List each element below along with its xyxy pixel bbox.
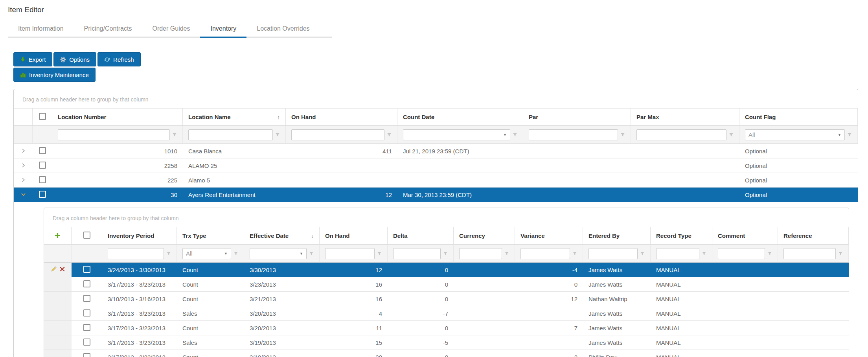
select-all-column-header[interactable] [72,227,102,245]
column-header[interactable]: Count Date [397,109,523,126]
filter-input[interactable] [783,248,836,259]
column-header[interactable]: On Hand [286,109,397,126]
filter-input[interactable]: All ▼ [745,129,845,140]
dropdown-caret-icon[interactable]: ▼ [224,252,228,256]
column-header[interactable]: Par Max [631,109,739,126]
filter-input[interactable] [718,248,765,259]
transaction-row[interactable]: 3/17/2013 - 3/23/2013 Sales 3/19/2013 15… [44,335,849,350]
row-checkbox[interactable] [39,176,46,183]
row-checkbox[interactable] [83,295,90,302]
row-checkbox[interactable] [83,280,90,287]
tab[interactable]: Location Overrides [246,20,320,38]
filter-funnel-icon[interactable] [847,132,852,137]
filter-funnel-icon[interactable] [443,251,448,256]
filter-input[interactable] [108,248,164,259]
filter-funnel-icon[interactable] [309,251,314,256]
filter-input[interactable] [636,129,726,140]
transaction-row[interactable]: 3/17/2013 - 3/23/2013 Count 3/23/2013 16… [44,277,849,292]
location-row[interactable]: 2258 ALAMO 25 Optional [14,158,858,173]
filter-funnel-icon[interactable] [572,251,577,256]
filter-funnel-icon[interactable] [504,251,509,256]
column-header[interactable]: Count Flag [739,109,858,126]
filter-input[interactable] [325,248,375,259]
filter-input[interactable] [393,248,441,259]
row-checkbox[interactable] [39,191,46,198]
filter-funnel-icon[interactable] [620,132,625,137]
dropdown-caret-icon[interactable]: ▼ [503,133,507,137]
column-header[interactable]: Reference [778,227,849,245]
transaction-row[interactable]: 3/17/2013 - 3/23/2013 Count 3/18/2013 20… [44,350,849,357]
dropdown-caret-icon[interactable]: ▼ [838,133,841,137]
delete-icon[interactable] [60,267,65,272]
filter-funnel-icon[interactable] [513,132,517,137]
location-row[interactable]: 30 Ayers Reel Entertainment 12 Mar 30, 2… [14,188,858,202]
column-header[interactable]: Trx Type [177,227,244,245]
location-row[interactable]: 225 Alamo 5 Optional [14,173,858,188]
column-header[interactable]: Par [523,109,631,126]
tab[interactable]: Item Information [8,20,74,38]
row-checkbox[interactable] [83,339,90,346]
row-checkbox[interactable] [39,162,46,169]
tab[interactable]: Inventory [200,20,246,38]
expand-chevron-icon[interactable] [21,177,26,182]
dropdown-caret-icon[interactable]: ▼ [300,252,303,256]
row-checkbox[interactable] [83,353,90,357]
filter-funnel-icon[interactable] [234,251,238,256]
expand-chevron-icon[interactable] [21,163,26,168]
export-button[interactable]: Export [13,52,52,66]
refresh-button[interactable]: Refresh [97,52,141,66]
column-header[interactable]: Comment [712,227,778,245]
filter-funnel-icon[interactable] [387,132,392,137]
add-record-button[interactable] [55,232,61,238]
location-row[interactable]: 1010 Casa Blanca 411 Jul 21, 2019 23:59 … [14,144,858,158]
column-header[interactable]: Inventory Period [102,227,177,245]
tab[interactable]: Order Guides [142,20,200,38]
filter-input[interactable] [529,129,618,140]
filter-input[interactable] [459,248,502,259]
tab[interactable]: Pricing/Contracts [74,20,142,38]
filter-input[interactable] [188,129,273,140]
filter-funnel-icon[interactable] [767,251,772,256]
select-all-checkbox[interactable] [39,113,46,120]
filter-input[interactable] [588,248,638,259]
column-header[interactable]: Location Number [52,109,183,126]
filter-input[interactable] [291,129,384,140]
row-checkbox[interactable] [83,266,90,273]
filter-funnel-icon[interactable] [838,251,843,256]
column-header[interactable]: Delta [388,227,454,245]
expand-chevron-icon[interactable] [21,148,26,153]
filter-funnel-icon[interactable] [172,132,177,137]
transaction-row[interactable]: 3/24/2013 - 3/30/2013 Count 3/30/2013 12… [44,263,849,277]
column-header[interactable]: Record Type [651,227,712,245]
filter-funnel-icon[interactable] [377,251,382,256]
column-header[interactable]: On Hand [320,227,388,245]
filter-input[interactable]: All ▼ [182,248,231,259]
filter-input[interactable]: ▼ [403,129,510,140]
transaction-row[interactable]: 3/17/2013 - 3/23/2013 Sales 3/20/2013 4 … [44,306,849,321]
filter-input[interactable] [656,248,699,259]
column-header[interactable]: Entered By [583,227,651,245]
column-header[interactable]: Location Name ↑ [183,109,286,126]
filter-input[interactable] [58,129,170,140]
row-checkbox[interactable] [39,147,46,154]
column-header[interactable]: Variance [515,227,583,245]
filter-funnel-icon[interactable] [702,251,706,256]
filter-input[interactable]: ▼ [250,248,307,259]
select-all-checkbox[interactable] [83,232,90,239]
select-all-column-header[interactable] [33,109,52,126]
filter-funnel-icon[interactable] [166,251,171,256]
transaction-row[interactable]: 3/10/2013 - 3/16/2013 Count 3/21/2013 16… [44,292,849,306]
transaction-row[interactable]: 3/17/2013 - 3/23/2013 Count 3/20/2013 11… [44,321,849,335]
inventory-maintenance-button[interactable]: Inventory Maintenance [13,68,96,82]
column-header[interactable]: Effective Date ↓ [244,227,320,245]
row-checkbox[interactable] [83,324,90,331]
edit-icon[interactable] [51,266,57,272]
expand-chevron-icon[interactable] [21,192,26,197]
column-header[interactable]: Currency [454,227,515,245]
filter-funnel-icon[interactable] [275,132,280,137]
filter-input[interactable] [520,248,570,259]
row-checkbox[interactable] [83,309,90,317]
filter-funnel-icon[interactable] [640,251,645,256]
options-button[interactable]: Options [53,52,96,66]
filter-funnel-icon[interactable] [729,132,734,137]
